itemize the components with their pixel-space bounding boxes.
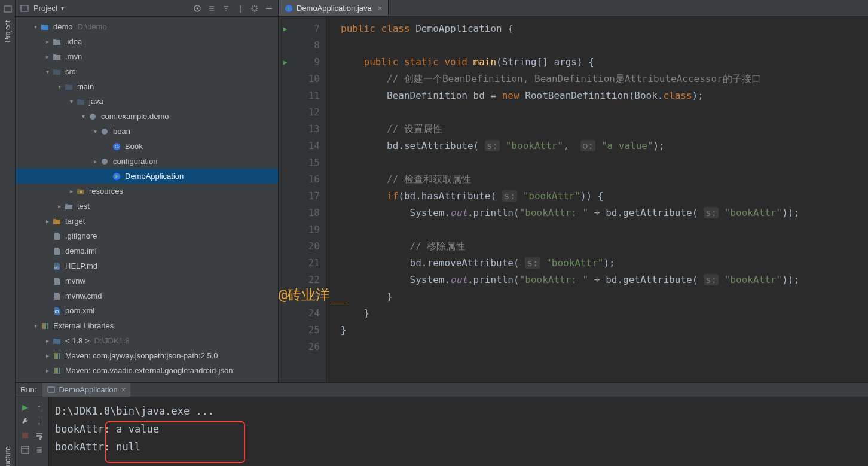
run-gutter: ▶▶ [279, 17, 292, 382]
collapse-all-icon[interactable] [221, 3, 231, 14]
tree-item[interactable]: ▸resources [16, 184, 278, 199]
tree-twisty-icon[interactable]: ▸ [67, 188, 76, 194]
rerun-icon[interactable]: ▶ [19, 401, 31, 413]
soft-wrap-icon[interactable] [33, 430, 45, 441]
code-line[interactable] [341, 37, 868, 54]
tree-item[interactable]: ▾main [16, 79, 278, 94]
tree-twisty-icon[interactable]: ▸ [43, 337, 52, 344]
svg-point-3 [197, 7, 198, 9]
svg-point-6 [102, 129, 108, 135]
tree-node-icon [112, 172, 121, 181]
tree-twisty-icon[interactable]: ▸ [43, 218, 52, 224]
code-line[interactable]: // 设置属性 [341, 121, 868, 138]
scroll-end-icon[interactable] [33, 444, 45, 456]
tree-item[interactable]: ▸.idea [16, 34, 278, 49]
tree-node-hint: D:\JDK1.8 [94, 336, 129, 345]
tree-item[interactable]: CBook [16, 139, 278, 154]
tree-item[interactable]: ▾bean [16, 124, 278, 139]
tree-twisty-icon[interactable]: ▾ [91, 128, 100, 135]
layout-icon[interactable] [19, 444, 31, 456]
tree-item[interactable]: demo.iml [16, 243, 278, 258]
code-line[interactable]: System.out.println("bookAttr: " + bd.get… [341, 272, 868, 288]
tree-twisty-icon[interactable]: ▾ [43, 68, 52, 75]
tree-item[interactable]: .gitignore [16, 229, 278, 243]
tree-item[interactable]: ▾External Libraries [16, 318, 278, 333]
expand-all-icon[interactable] [206, 3, 217, 14]
tree-node-label: demo.iml [65, 246, 97, 255]
gear-icon[interactable] [249, 3, 260, 14]
gutter-run-slot [279, 154, 292, 171]
gutter-run-slot[interactable]: ▶ [279, 20, 292, 37]
tree-twisty-icon[interactable]: ▾ [31, 322, 40, 329]
tree-item[interactable]: ▾demoD:\demo [16, 19, 278, 34]
code-area[interactable]: ▶▶ 7891011121314151617181920212223242526… [279, 17, 868, 382]
run-config-tab[interactable]: DemoApplication × [42, 383, 130, 397]
tree-twisty-icon[interactable]: ▸ [55, 203, 64, 209]
down-stack-icon[interactable]: ↓ [33, 415, 45, 427]
sidebar-title[interactable]: Project ▾ [33, 4, 64, 13]
tree-item[interactable]: MDHELP.md [16, 258, 278, 273]
code-body[interactable]: public class DemoApplication { public st… [335, 17, 868, 382]
code-line[interactable]: bd.setAttribute( s: "bookAttr", o: "a va… [341, 138, 868, 154]
tree-node-icon [100, 157, 109, 166]
project-tree[interactable]: ▾demoD:\demo▸.idea▸.mvn▾src▾main▾java▾co… [16, 17, 278, 382]
code-line[interactable]: System.out.println("bookAttr: " + bd.get… [341, 205, 868, 221]
tree-item[interactable]: ▸Maven: com.jayway.jsonpath:json-path:2.… [16, 348, 278, 363]
gutter-run-slot[interactable]: ▶ [279, 54, 292, 71]
sidebar-header: Project ▾ | [16, 0, 278, 17]
tree-twisty-icon[interactable]: ▾ [31, 23, 40, 30]
tree-item[interactable]: DemoApplication [16, 169, 278, 184]
tree-twisty-icon[interactable]: ▾ [67, 98, 76, 105]
tree-item[interactable]: mvnw.cmd [16, 288, 278, 303]
close-icon[interactable]: × [121, 385, 126, 394]
wrench-icon[interactable] [19, 415, 31, 427]
tree-node-icon [64, 202, 74, 211]
gutter-run-slot [279, 37, 292, 54]
code-line[interactable]: // 创建一个BeanDefinition, BeanDefinition是At… [341, 71, 868, 87]
code-line[interactable]: // 检查和获取属性 [341, 171, 868, 188]
code-line[interactable] [341, 221, 868, 238]
project-tool-icon[interactable] [4, 5, 12, 13]
tree-twisty-icon[interactable]: ▸ [91, 158, 100, 165]
tree-item[interactable]: ▸test [16, 199, 278, 214]
tree-twisty-icon[interactable]: ▾ [79, 113, 88, 120]
code-line[interactable]: public class DemoApplication { [341, 20, 868, 37]
code-line[interactable]: } [341, 322, 868, 339]
tree-item[interactable]: ▸configuration [16, 154, 278, 169]
tree-item[interactable]: ▸< 1.8 >D:\JDK1.8 [16, 333, 278, 348]
tree-node-icon [64, 83, 74, 91]
up-stack-icon[interactable]: ↑ [33, 401, 45, 413]
tree-twisty-icon[interactable]: ▸ [43, 38, 52, 45]
run-output[interactable]: D:\JDK1.8\bin\java.exe ...bookAttr: a va… [49, 397, 868, 466]
tree-item[interactable]: ▸Maven: com.vaadin.external.google:andro… [16, 363, 278, 378]
code-line[interactable] [341, 104, 868, 121]
tree-item[interactable]: ▾java [16, 94, 278, 109]
tree-item[interactable]: mvnw [16, 273, 278, 288]
code-line[interactable]: bd.removeAttribute( s: "bookAttr"); [341, 255, 868, 272]
hide-icon[interactable] [264, 3, 274, 14]
tree-twisty-icon[interactable]: ▸ [43, 53, 52, 60]
line-number: 11 [292, 87, 320, 104]
structure-tool-label[interactable]: ucture [4, 446, 12, 466]
code-line[interactable]: BeanDefinition bd = new RootBeanDefiniti… [341, 87, 868, 104]
tree-item[interactable]: ▸target [16, 214, 278, 229]
tree-item[interactable]: ▾com.example.demo [16, 109, 278, 124]
code-line[interactable]: } [341, 288, 868, 305]
code-line[interactable]: // 移除属性 [341, 238, 868, 255]
tree-twisty-icon[interactable]: ▾ [55, 83, 64, 90]
editor-tab[interactable]: DemoApplication.java × [279, 0, 389, 16]
code-line[interactable] [341, 154, 868, 171]
stop-icon[interactable] [19, 430, 31, 441]
code-line[interactable]: public static void main(String[] args) { [341, 54, 868, 71]
locate-icon[interactable] [192, 3, 203, 14]
tree-twisty-icon[interactable]: ▸ [43, 367, 52, 374]
code-line[interactable]: } [341, 305, 868, 322]
project-tool-label[interactable]: Project [4, 20, 12, 42]
code-line[interactable] [341, 339, 868, 355]
code-line[interactable]: if(bd.hasAttribute( s: "bookAttr")) { [341, 188, 868, 205]
tree-item[interactable]: ▸.mvn [16, 49, 278, 64]
close-icon[interactable]: × [378, 4, 383, 13]
tree-twisty-icon[interactable]: ▸ [43, 352, 52, 359]
tree-item[interactable]: mpom.xml [16, 303, 278, 318]
tree-item[interactable]: ▾src [16, 64, 278, 79]
